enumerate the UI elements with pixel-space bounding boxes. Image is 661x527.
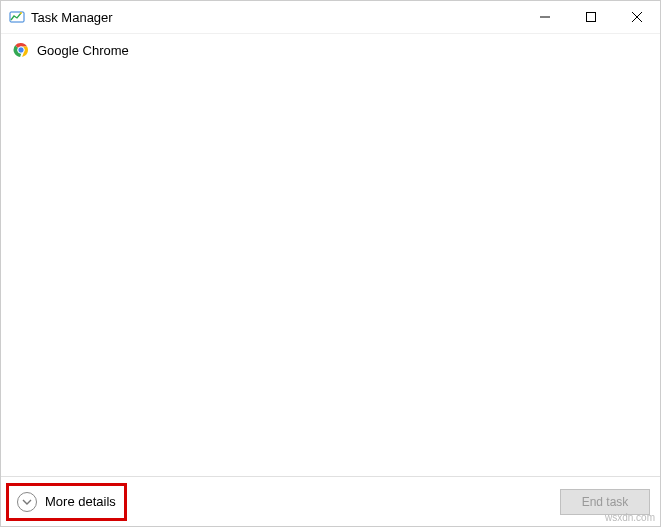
window-title: Task Manager (31, 10, 113, 25)
svg-rect-3 (587, 13, 596, 22)
end-task-button[interactable]: End task (560, 489, 650, 515)
chevron-down-icon (17, 492, 37, 512)
task-row[interactable]: Google Chrome (9, 38, 652, 62)
task-label: Google Chrome (37, 43, 129, 58)
minimize-icon (540, 12, 550, 22)
task-manager-icon (9, 9, 25, 25)
close-button[interactable] (614, 1, 660, 33)
task-manager-window: Task Manager (0, 0, 661, 527)
chrome-icon (13, 42, 29, 58)
close-icon (632, 12, 642, 22)
more-details-label: More details (45, 494, 116, 509)
svg-point-1 (20, 12, 22, 14)
minimize-button[interactable] (522, 1, 568, 33)
footer: More details End task (1, 476, 660, 526)
more-details-button[interactable]: More details (11, 488, 122, 516)
window-controls (522, 1, 660, 33)
task-list: Google Chrome (1, 33, 660, 476)
maximize-icon (586, 12, 596, 22)
maximize-button[interactable] (568, 1, 614, 33)
titlebar: Task Manager (1, 1, 660, 33)
